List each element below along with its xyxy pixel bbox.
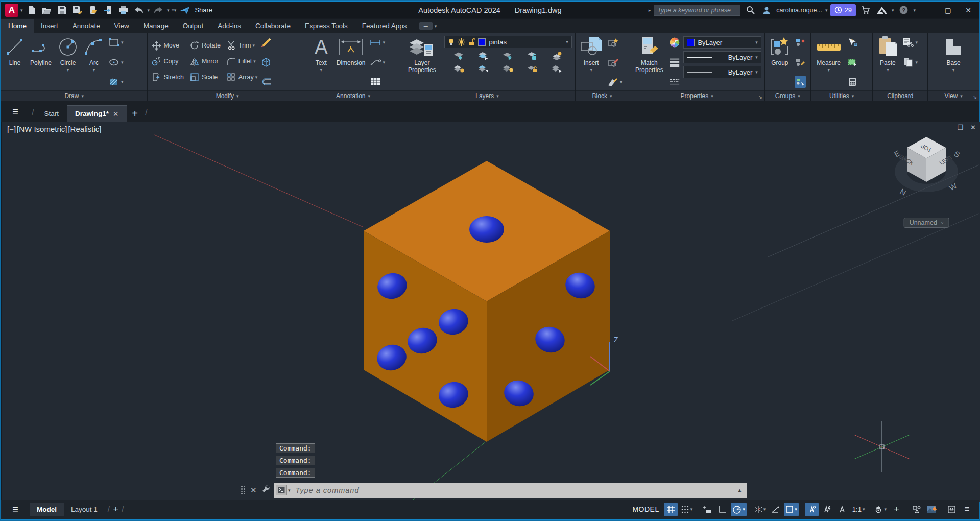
trial-days-badge[interactable]: 29 <box>830 4 855 16</box>
command-bar-close-icon[interactable]: ✕ <box>250 486 257 495</box>
tab-view[interactable]: View <box>107 19 136 33</box>
leader-icon[interactable] <box>370 57 381 68</box>
annotation-autoscale-toggle[interactable] <box>820 503 834 516</box>
layer-select-caret-icon[interactable]: ▾ <box>566 39 568 44</box>
isolate-objects-button[interactable] <box>910 503 923 516</box>
user-avatar-icon[interactable] <box>760 4 773 16</box>
tab-insert[interactable]: Insert <box>34 19 65 33</box>
scale-button[interactable]: Scale <box>189 71 221 83</box>
copy-clip-icon[interactable] <box>902 57 914 68</box>
maximize-button[interactable]: ▢ <box>939 4 957 17</box>
layer-freeze-all-icon[interactable] <box>503 63 514 75</box>
arc-button[interactable]: Arc ▾ <box>83 35 105 89</box>
compass-s[interactable]: S <box>953 149 962 159</box>
osnap-toggle[interactable]: ▾ <box>784 503 799 516</box>
cut-caret-icon[interactable]: ▾ <box>915 40 918 45</box>
panel-label-groups[interactable]: Groups▾ <box>765 90 810 101</box>
cart-icon[interactable] <box>859 4 872 16</box>
insert-button[interactable]: Insert ▾ <box>579 35 604 89</box>
layout-tabs-menu-icon[interactable]: ≡ <box>1 504 30 515</box>
group-button[interactable]: Group <box>768 35 792 89</box>
lineweight-icon[interactable] <box>669 57 680 68</box>
ellipse-tool-icon[interactable] <box>108 57 119 68</box>
edit-block-icon[interactable] <box>607 57 618 68</box>
lineweight-select[interactable]: ByLayer ▾ <box>683 51 761 63</box>
viewport-visualstyle-control[interactable]: [Realistic] <box>68 125 101 133</box>
dynamic-input-toggle[interactable] <box>700 503 714 516</box>
tab-add-ins[interactable]: Add-ins <box>210 19 248 33</box>
plus-customization-button[interactable]: + <box>890 503 903 516</box>
offset-icon[interactable] <box>260 76 272 87</box>
qat-customize-icon[interactable]: ≡▾ <box>172 8 177 13</box>
panel-label-draw[interactable]: Draw▾ <box>1 90 147 101</box>
help-caret-icon[interactable]: ▾ <box>913 8 916 13</box>
new-layout-button[interactable]: + <box>113 504 118 515</box>
panel-label-properties[interactable]: Properties▾ ↘ <box>629 90 764 101</box>
polar-caret-icon[interactable]: ▾ <box>743 507 745 512</box>
snap-toggle[interactable]: ▾ <box>679 503 695 516</box>
fillet-caret-icon[interactable]: ▾ <box>253 59 256 64</box>
base-button[interactable]: Base ▾ <box>941 35 966 89</box>
circle-button[interactable]: Circle ▾ <box>56 35 80 89</box>
annotation-visibility-toggle[interactable] <box>805 503 819 516</box>
paste-caret-icon[interactable]: ▾ <box>887 67 889 73</box>
ortho-toggle[interactable] <box>715 503 729 516</box>
copy-clip-caret-icon[interactable]: ▾ <box>915 60 918 65</box>
drawing-viewport[interactable]: Z [−] [NW Isometric] [Realistic] — ❐ ✕ <box>2 122 980 502</box>
plot-icon[interactable] <box>117 4 130 16</box>
hatch-tool-icon[interactable] <box>108 76 119 87</box>
layer-freeze-icon[interactable] <box>503 50 514 61</box>
tab-express-tools[interactable]: Express Tools <box>298 19 355 33</box>
command-bar-customize-icon[interactable] <box>262 485 271 495</box>
array-caret-icon[interactable]: ▾ <box>255 75 258 80</box>
command-input-placeholder[interactable]: Type a command <box>296 486 737 494</box>
arc-caret-icon[interactable]: ▾ <box>93 67 95 73</box>
panel-label-annotation[interactable]: Annotation▾ <box>307 90 399 101</box>
autodesk-logo-icon[interactable] <box>875 4 889 16</box>
user-menu-caret-icon[interactable]: ▾ <box>825 8 828 13</box>
move-button[interactable]: Move <box>151 39 184 52</box>
ribbon-collapse-control[interactable]: ▬ ▾ <box>419 19 437 33</box>
search-icon[interactable] <box>744 4 757 16</box>
ribbon-collapse-caret-icon[interactable]: ▾ <box>435 23 437 29</box>
insert-caret-icon[interactable]: ▾ <box>590 67 592 73</box>
tab-collaborate[interactable]: Collaborate <box>248 19 298 33</box>
osnap-caret-icon[interactable]: ▾ <box>795 507 797 512</box>
text-button[interactable]: A Text ▾ <box>310 35 332 89</box>
fillet-button[interactable]: Fillet ▾ <box>226 55 257 67</box>
create-block-icon[interactable] <box>607 37 618 48</box>
text-caret-icon[interactable]: ▾ <box>320 67 322 73</box>
tab-annotate[interactable]: Annotate <box>65 19 107 33</box>
viewcube[interactable]: N W S E TOP BACK LEFT Unnamed ▿ <box>888 131 965 228</box>
line-button[interactable]: Line <box>4 35 26 89</box>
close-button[interactable]: ✕ <box>960 4 977 17</box>
viewport-view-control[interactable]: [NW Isometric] <box>17 125 67 133</box>
redo-caret-icon[interactable]: ▾ <box>167 8 170 13</box>
layer-previous-icon[interactable] <box>478 63 489 75</box>
object-color-caret-icon[interactable]: ▾ <box>755 40 758 45</box>
command-bar-drag-handle[interactable] <box>241 486 245 494</box>
customization-menu-icon[interactable]: ≡ <box>960 503 974 516</box>
rectangle-tool-icon[interactable] <box>108 37 119 48</box>
base-caret-icon[interactable]: ▾ <box>952 67 955 73</box>
layer-select[interactable]: pintas ▾ <box>444 36 571 48</box>
share-button[interactable]: Share <box>195 6 212 14</box>
tab-output[interactable]: Output <box>176 19 211 33</box>
layer-lock-icon[interactable] <box>527 50 538 61</box>
layer-isolate-icon[interactable] <box>478 50 489 61</box>
stretch-button[interactable]: Stretch <box>151 71 184 83</box>
open-from-web-mobile-icon[interactable] <box>86 4 100 16</box>
command-terminal-icon[interactable] <box>276 485 287 495</box>
group-edit-icon[interactable] <box>795 57 806 68</box>
measure-caret-icon[interactable]: ▾ <box>827 67 830 73</box>
annotation-scale-button[interactable] <box>835 503 849 516</box>
tab-manage[interactable]: Manage <box>136 19 176 33</box>
workspace-switching-button[interactable]: ▾ <box>872 503 888 516</box>
tab-home[interactable]: Home <box>1 19 34 33</box>
open-file-icon[interactable] <box>40 4 54 16</box>
autodesk-menu-caret-icon[interactable]: ▾ <box>892 8 894 13</box>
quick-select-icon[interactable] <box>847 37 858 48</box>
linear-dimension-caret-icon[interactable]: ▾ <box>383 40 385 45</box>
panel-label-utilities[interactable]: Utilities▾ <box>811 90 873 101</box>
save-as-icon[interactable] <box>71 4 84 16</box>
